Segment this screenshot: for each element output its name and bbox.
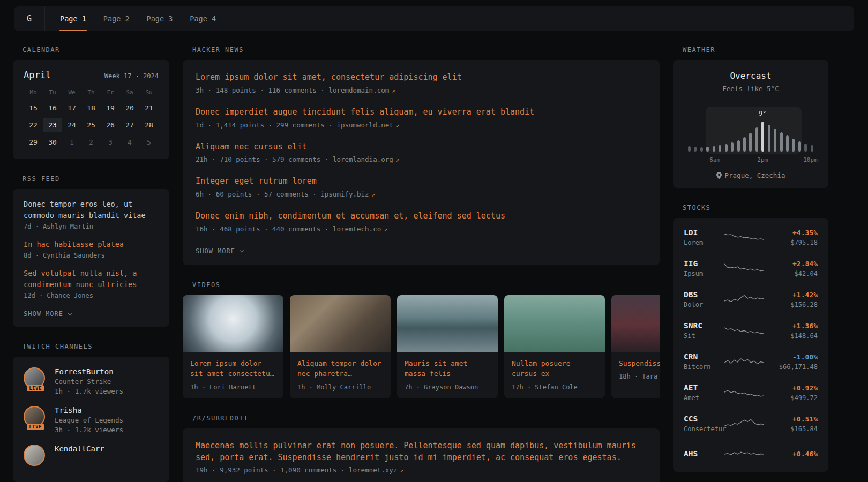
video-card[interactable]: Mauris sit amet massa felis7h · Grayson … bbox=[397, 295, 498, 398]
hackernews-card: Lorem ipsum dolor sit amet, consectetur … bbox=[183, 60, 660, 265]
stock-row[interactable]: AETAmet+0.92%$499.72 bbox=[683, 377, 819, 408]
subreddit-item-domain[interactable]: loremnet.xyz bbox=[349, 466, 397, 474]
calendar-day[interactable]: 20 bbox=[120, 101, 139, 115]
calendar-day[interactable]: 15 bbox=[24, 101, 43, 115]
rss-item-title[interactable]: Sed volutpat nulla nisl, a condimentum n… bbox=[24, 268, 159, 290]
weather-bar bbox=[694, 147, 697, 152]
subreddit-widget: /R/SUBREDDIT Maecenas mollis pulvinar er… bbox=[183, 415, 660, 482]
calendar-day[interactable]: 19 bbox=[101, 101, 120, 115]
hackernews-item-title[interactable]: Lorem ipsum dolor sit amet, consectetur … bbox=[196, 72, 647, 84]
calendar-day[interactable]: 28 bbox=[139, 118, 159, 132]
subreddit-item-title[interactable]: Maecenas mollis pulvinar erat non posuer… bbox=[196, 440, 647, 464]
page-tabs: Page 1Page 2Page 3Page 4 bbox=[45, 6, 231, 31]
twitch-channel-name[interactable]: Trisha bbox=[55, 406, 123, 415]
video-title[interactable]: Mauris sit amet massa felis bbox=[405, 358, 490, 379]
twitch-channel-row[interactable]: KendallCarr bbox=[24, 445, 159, 466]
calendar-day[interactable]: 2 bbox=[81, 135, 101, 149]
hackernews-item-title[interactable]: Donec enim nibh, condimentum et accumsan… bbox=[196, 210, 647, 222]
twitch-channel-name[interactable]: KendallCarr bbox=[55, 445, 104, 453]
calendar-day[interactable]: 17 bbox=[62, 101, 81, 115]
video-title[interactable]: Nullam posuere cursus ex bbox=[512, 358, 597, 379]
rss-item-title[interactable]: Donec tempor eros leo, ut commodo mauris… bbox=[24, 199, 159, 221]
stocks-card: LDILorem+4.35%$795.18IIGIpsum+2.84%$42.0… bbox=[673, 218, 828, 472]
twitch-channel-row[interactable]: LIVETrishaLeague of Legends3h · 1.2k vie… bbox=[24, 406, 159, 434]
left-column: CALENDAR April Week 17 · 2024 MoTuWeThFr… bbox=[13, 46, 169, 482]
calendar-day[interactable]: 30 bbox=[43, 135, 62, 149]
tab-page-1[interactable]: Page 1 bbox=[51, 6, 95, 31]
dashboard-content: CALENDAR April Week 17 · 2024 MoTuWeThFr… bbox=[0, 31, 868, 482]
calendar-day[interactable]: 4 bbox=[120, 135, 139, 149]
twitch-channel-info: ForrestBurtonCounter-Strike1h · 1.7k vie… bbox=[55, 367, 123, 395]
video-thumbnail bbox=[290, 295, 391, 352]
video-title[interactable]: Lorem ipsum dolor sit amet consectetu… bbox=[190, 358, 276, 379]
calendar-day[interactable]: 21 bbox=[139, 101, 159, 115]
twitch-channel-category: Counter-Strike bbox=[55, 378, 123, 386]
video-title[interactable]: Suspendisse diam bbox=[619, 358, 660, 369]
calendar-day[interactable]: 29 bbox=[24, 135, 43, 149]
stock-row[interactable]: LDILorem+4.35%$795.18 bbox=[683, 222, 819, 253]
stock-price: $148.64 bbox=[770, 332, 818, 340]
weather-time-label: 2pm bbox=[757, 156, 768, 163]
section-title-videos: VIDEOS bbox=[192, 281, 660, 289]
rss-show-more-button[interactable]: SHOW MORE bbox=[24, 309, 71, 318]
hackernews-item-title[interactable]: Donec imperdiet augue tincidunt felis al… bbox=[196, 107, 647, 118]
external-link-icon: ↗ bbox=[400, 467, 403, 474]
calendar-dow-label: Mo bbox=[24, 87, 43, 98]
stock-row[interactable]: CCSConsectetur+0.51%$165.84 bbox=[683, 408, 819, 439]
weather-bar bbox=[811, 145, 813, 152]
tab-page-4[interactable]: Page 4 bbox=[181, 6, 225, 31]
weather-bar bbox=[786, 135, 789, 152]
weather-times: 6am2pm10pm bbox=[688, 156, 813, 164]
calendar-day[interactable]: 24 bbox=[62, 118, 81, 132]
video-card[interactable]: Suspendisse diam18h · Tara bbox=[611, 295, 660, 398]
hackernews-item-domain[interactable]: ipsumworld.net bbox=[336, 121, 393, 129]
video-title[interactable]: Aliquam tempor dolor nec pharetra… bbox=[297, 358, 383, 379]
section-title-stocks: STOCKS bbox=[683, 204, 828, 212]
twitch-avatar-wrap: LIVE bbox=[24, 406, 47, 427]
stock-row[interactable]: SNRCSit+1.36%$148.64 bbox=[683, 315, 819, 346]
weather-bar bbox=[780, 132, 783, 152]
hackernews-item-domain[interactable]: loremdomain.com bbox=[328, 86, 389, 94]
calendar-day[interactable]: 26 bbox=[101, 118, 120, 132]
calendar-day[interactable]: 18 bbox=[81, 101, 101, 115]
hackernews-widget: HACKER NEWS Lorem ipsum dolor sit amet, … bbox=[183, 46, 660, 265]
stock-price: $499.72 bbox=[770, 394, 818, 402]
tab-page-2[interactable]: Page 2 bbox=[95, 6, 138, 31]
stock-sparkline bbox=[723, 353, 765, 370]
calendar-day[interactable]: 16 bbox=[43, 101, 62, 115]
stock-row[interactable]: IIGIpsum+2.84%$42.04 bbox=[683, 253, 819, 284]
video-card-body: Nullam posuere cursus ex17h · Stefan Col… bbox=[504, 352, 605, 398]
video-card[interactable]: Nullam posuere cursus ex17h · Stefan Col… bbox=[504, 295, 605, 398]
stock-row[interactable]: CRNBitcorn-1.00%$66,171.48 bbox=[683, 346, 819, 377]
hackernews-item-domain[interactable]: ipsumify.biz bbox=[320, 190, 369, 198]
calendar-grid: MoTuWeThFrSaSu15161718192021222324252627… bbox=[24, 87, 159, 149]
app-logo[interactable]: G bbox=[14, 6, 45, 31]
video-card[interactable]: Lorem ipsum dolor sit amet consectetu…1h… bbox=[183, 295, 283, 398]
stock-row[interactable]: DBSDolor+1.42%$156.28 bbox=[683, 284, 819, 315]
calendar-day[interactable]: 1 bbox=[62, 135, 81, 149]
twitch-channel-row[interactable]: LIVEForrestBurtonCounter-Strike1h · 1.7k… bbox=[24, 367, 159, 395]
twitch-channel-name[interactable]: ForrestBurton bbox=[55, 367, 123, 376]
calendar-day[interactable]: 27 bbox=[120, 118, 139, 132]
hackernews-item-title[interactable]: Integer eget rutrum lorem bbox=[196, 176, 647, 187]
hackernews-item-title[interactable]: Aliquam nec cursus elit bbox=[196, 141, 647, 153]
video-meta: 17h · Stefan Cole bbox=[512, 383, 597, 391]
rss-show-more-label: SHOW MORE bbox=[24, 310, 63, 318]
calendar-day[interactable]: 22 bbox=[24, 118, 43, 132]
stock-row[interactable]: AHS+0.46% bbox=[683, 439, 819, 468]
tab-page-3[interactable]: Page 3 bbox=[138, 6, 182, 31]
calendar-day[interactable]: 3 bbox=[101, 135, 120, 149]
calendar-day[interactable]: 5 bbox=[139, 135, 159, 149]
right-column: WEATHER Overcast Feels like 5°C 9° 6am2p… bbox=[673, 46, 828, 472]
hackernews-show-more-button[interactable]: SHOW MORE bbox=[196, 246, 243, 255]
video-card[interactable]: Aliquam tempor dolor nec pharetra…1h · M… bbox=[290, 295, 391, 398]
video-card-body: Aliquam tempor dolor nec pharetra…1h · M… bbox=[290, 352, 391, 398]
hackernews-item-domain[interactable]: loremtech.co bbox=[333, 225, 381, 233]
hackernews-item-domain[interactable]: loremlandia.org bbox=[333, 155, 393, 163]
hackernews-item-meta: 3h · 148 points · 116 comments · loremdo… bbox=[196, 86, 647, 94]
external-link-icon: ↗ bbox=[384, 226, 387, 233]
weather-card: Overcast Feels like 5°C 9° 6am2pm10pm Pr… bbox=[673, 60, 828, 188]
calendar-day[interactable]: 23 bbox=[43, 118, 62, 132]
calendar-day[interactable]: 25 bbox=[81, 118, 101, 132]
rss-item-title[interactable]: In hac habitasse platea bbox=[24, 239, 159, 250]
